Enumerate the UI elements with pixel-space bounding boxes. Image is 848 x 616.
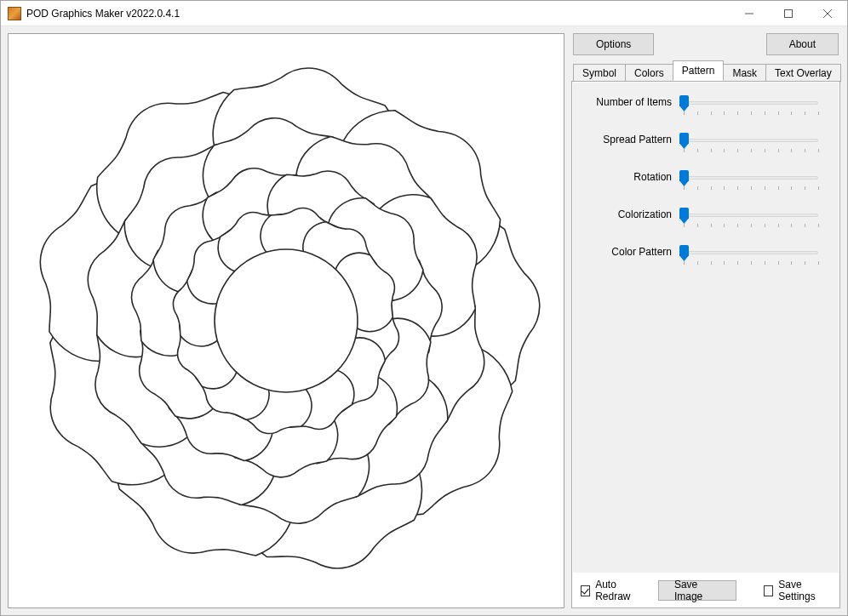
- checkbox-icon: [581, 585, 590, 596]
- checkbox-icon: [764, 585, 773, 596]
- tab-control: SymbolColorsPatternMaskText Overlay Numb…: [571, 62, 840, 608]
- tab-pattern[interactable]: Pattern: [673, 60, 725, 81]
- slider-row-rotation: Rotation: [582, 169, 830, 207]
- canvas-panel: [8, 33, 564, 608]
- slider-rotation[interactable]: [680, 173, 822, 198]
- about-button[interactable]: About: [766, 33, 839, 55]
- controls-panel: Options About SymbolColorsPatternMaskTex…: [571, 33, 840, 608]
- maximize-button[interactable]: [769, 1, 808, 26]
- pattern-panel: Number of ItemsSpread PatternRotationCol…: [573, 83, 839, 573]
- maximize-icon: [784, 9, 793, 18]
- canvas: [14, 39, 559, 602]
- slider-row-spreadPattern: Spread Pattern: [582, 132, 830, 169]
- tab-mask[interactable]: Mask: [723, 64, 766, 82]
- slider-label: Spread Pattern: [582, 132, 680, 145]
- auto-redraw-label: Auto Redraw: [595, 579, 645, 602]
- close-button[interactable]: [808, 1, 847, 26]
- window-title: POD Graphics Maker v2022.0.4.1: [26, 8, 180, 20]
- slider-row-colorPattern: Color Pattern: [582, 244, 830, 282]
- tab-colors[interactable]: Colors: [625, 64, 673, 82]
- bottom-row: Auto Redraw Save Image Save Settings: [572, 573, 839, 607]
- canvas-frame: [8, 33, 564, 608]
- app-window: POD Graphics Maker v2022.0.4.1: [0, 0, 848, 616]
- slider-colorization[interactable]: [680, 210, 822, 236]
- tab-textoverlay[interactable]: Text Overlay: [765, 64, 841, 82]
- save-settings-checkbox[interactable]: Save Settings: [764, 579, 831, 602]
- client-area: Options About SymbolColorsPatternMaskTex…: [1, 26, 847, 615]
- slider-row-colorization: Colorization: [582, 207, 830, 244]
- slider-label: Number of Items: [582, 94, 680, 108]
- tab-symbol[interactable]: Symbol: [573, 64, 626, 82]
- auto-redraw-checkbox[interactable]: Auto Redraw: [581, 579, 645, 602]
- close-icon: [823, 9, 832, 18]
- svg-point-4: [215, 249, 358, 392]
- save-settings-label: Save Settings: [778, 579, 831, 602]
- slider-colorPattern[interactable]: [680, 248, 822, 273]
- save-image-button[interactable]: Save Image: [658, 580, 736, 601]
- svg-rect-1: [785, 9, 793, 17]
- minimize-button[interactable]: [730, 1, 769, 26]
- options-button[interactable]: Options: [573, 33, 654, 55]
- top-button-row: Options About: [571, 33, 840, 55]
- minimize-icon: [745, 9, 753, 18]
- app-icon: [8, 7, 21, 20]
- slider-spreadPattern[interactable]: [680, 135, 822, 161]
- preview-image: [14, 48, 559, 593]
- slider-numberOfItems[interactable]: [680, 98, 822, 123]
- slider-row-numberOfItems: Number of Items: [582, 94, 830, 132]
- slider-label: Color Pattern: [582, 244, 680, 258]
- slider-label: Colorization: [582, 207, 680, 220]
- tabpanel: Number of ItemsSpread PatternRotationCol…: [571, 81, 840, 608]
- titlebar: POD Graphics Maker v2022.0.4.1: [1, 1, 847, 26]
- slider-label: Rotation: [582, 169, 680, 183]
- tabstrip: SymbolColorsPatternMaskText Overlay: [571, 62, 840, 81]
